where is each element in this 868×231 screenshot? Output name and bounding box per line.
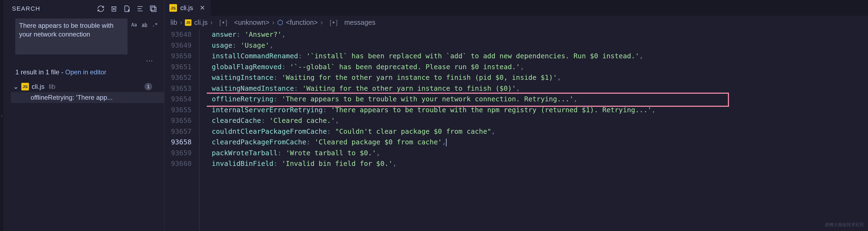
code-line[interactable]: answer: 'Answer?', [207, 29, 868, 40]
line-number: 93658 [171, 137, 191, 148]
breadcrumb-symbol[interactable]: <unknown> [234, 18, 269, 27]
code-editor[interactable]: 9364893649936509365193652936539365493655… [164, 29, 868, 231]
svg-rect-0 [151, 6, 155, 10]
code-line[interactable]: clearedPackageFromCache: 'Cleared packag… [207, 137, 868, 148]
breadcrumb[interactable]: lib › JS cli.js › ［•］ <unknown> › ⬡ <fun… [164, 16, 868, 29]
result-file-count: 1 [145, 83, 152, 90]
match-case-toggle[interactable]: Aa [129, 21, 139, 29]
expand-activity-bar-icon[interactable]: › [1, 113, 2, 118]
open-in-editor-link[interactable]: Open in editor [65, 68, 106, 76]
line-number: 93653 [171, 83, 191, 94]
new-search-editor-icon[interactable] [123, 4, 131, 13]
symbol-function-icon: ⬡ [277, 18, 283, 27]
refresh-icon[interactable] [96, 4, 105, 13]
code-line[interactable]: waitingNamedInstance: 'Waiting for the o… [207, 83, 868, 94]
search-result-file[interactable]: ⌄ JS cli.js lib 1 [11, 81, 164, 92]
line-number: 93656 [171, 115, 191, 126]
line-number-gutter: 9364893649936509365193652936539365493655… [164, 29, 196, 231]
line-number: 93659 [171, 148, 191, 159]
clear-search-icon[interactable] [110, 4, 118, 13]
code-content[interactable]: answer: 'Answer?',usage: 'Usage',install… [207, 29, 868, 231]
search-input[interactable] [15, 18, 128, 54]
code-line[interactable]: couldntClearPackageFromCache: "Couldn't … [207, 126, 868, 137]
chevron-down-icon: ⌄ [13, 83, 19, 90]
use-regex-toggle[interactable]: .* [150, 21, 160, 29]
symbol-namespace-icon: ［•］ [215, 18, 231, 27]
search-result-summary: 1 result in 1 file - Open in editor [3, 67, 164, 81]
line-number: 93660 [171, 158, 191, 169]
search-result-match[interactable]: offlineRetrying: 'There app... [11, 92, 164, 103]
js-file-icon: JS [169, 4, 177, 12]
view-as-tree-icon[interactable] [136, 4, 145, 13]
line-number: 93649 [171, 40, 191, 51]
symbol-namespace-icon: ［•］ [326, 18, 342, 27]
code-line[interactable]: offlineRetrying: 'There appears to be tr… [207, 94, 868, 105]
breadcrumb-file[interactable]: cli.js [194, 18, 208, 27]
sidebar-title: SEARCH [12, 5, 92, 12]
toggle-search-details-icon[interactable]: ··· [3, 57, 164, 67]
line-number: 93652 [171, 72, 191, 83]
result-file-name: cli.js [32, 83, 44, 90]
breadcrumb-symbol[interactable]: messages [344, 18, 376, 27]
chevron-right-icon: › [210, 18, 213, 27]
js-file-icon: JS [21, 83, 29, 90]
match-whole-word-toggle[interactable]: ab [140, 21, 149, 29]
code-line[interactable]: waitingInstance: 'Waiting for the other … [207, 72, 868, 83]
tab-bar: JS cli.js ✕ [164, 0, 868, 16]
tab-label: cli.js [180, 4, 193, 12]
chevron-right-icon: › [272, 18, 274, 27]
code-line[interactable]: invalidBinField: 'Invalid bin field for … [207, 158, 868, 169]
breadcrumb-symbol[interactable]: <function> [286, 18, 318, 27]
code-line[interactable]: internalServerErrorRetrying: 'There appe… [207, 105, 868, 116]
line-number: 93654 [171, 94, 191, 105]
line-number: 93650 [171, 51, 191, 62]
code-line[interactable]: usage: 'Usage', [207, 40, 868, 51]
line-number: 93648 [171, 29, 191, 40]
line-number: 93651 [171, 62, 191, 72]
close-tab-icon[interactable]: ✕ [200, 4, 205, 12]
chevron-right-icon: › [180, 18, 182, 27]
line-number: 93657 [171, 126, 191, 137]
code-line[interactable]: globalFlagRemoved: '`--global` has been … [207, 62, 868, 72]
code-line[interactable]: clearedCache: 'Cleared cache.', [207, 115, 868, 126]
watermark: @稀土掘金技术社区 [825, 222, 864, 228]
tab-cli-js[interactable]: JS cli.js ✕ [164, 0, 211, 16]
js-file-icon: JS [185, 20, 191, 26]
editor-area: JS cli.js ✕ lib › JS cli.js › ［•］ <unkno… [164, 0, 868, 231]
code-line[interactable]: packWroteTarball: 'Wrote tarball to $0.'… [207, 148, 868, 159]
line-number: 93655 [171, 105, 191, 116]
code-line[interactable]: installCommandRenamed: '`install` has be… [207, 51, 868, 62]
result-file-dir: lib [49, 83, 56, 90]
svg-rect-1 [152, 7, 156, 11]
chevron-right-icon: › [320, 18, 322, 27]
breadcrumb-folder[interactable]: lib [170, 18, 177, 27]
search-sidebar: SEARCH Aa ab .* ··· 1 result in 1 file -… [3, 0, 164, 231]
collapse-all-icon[interactable] [149, 4, 158, 13]
